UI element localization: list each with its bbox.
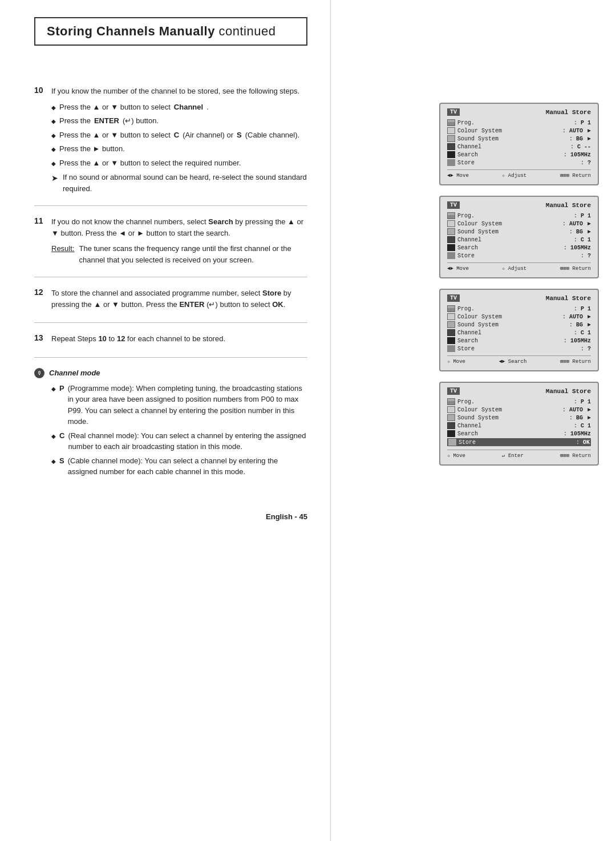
channel-mode-icon: 🎙 (34, 368, 44, 378)
tv-footer-3: ⬦ Move ◄► Search ⊞⊞⊞ Return (447, 355, 591, 365)
tv-row: Sound System : BG ► (447, 321, 591, 328)
page-title: Storing Channels Manually continued (47, 24, 295, 39)
prog-icon (447, 398, 455, 405)
step-11-result: Result: The tuner scans the frequency ra… (51, 243, 307, 265)
result-label: Result: (51, 243, 74, 265)
tv-footer-2: ◄► Move ⬦ Adjust ⊞⊞⊞ Return (447, 262, 591, 272)
bullet-item: Press the ENTER (↵) button. (51, 115, 307, 127)
tv-row: Channel : C 1 (447, 236, 591, 243)
tv-row: Search : 105MHz (447, 337, 591, 344)
tv-footer-1: ◄► Move ⬦ Adjust ⊞⊞⊞ Return (447, 169, 591, 179)
tv-screen-1-wrapper: TV Manual Store Prog. : P 1 Colour Syste… (348, 103, 599, 185)
prog-icon (447, 119, 455, 126)
tv-screen-3-header: TV Manual Store (447, 294, 591, 302)
tv-row: Sound System : BG ► (447, 414, 591, 421)
sound-icon (447, 414, 455, 421)
page-number-area: English - 45 (34, 512, 307, 521)
search-icon (447, 430, 455, 437)
step-10-number: 10 (34, 86, 46, 95)
step-11-text: If you do not know the channel numbers, … (51, 216, 307, 238)
tv-row: Sound System : BG ► (447, 228, 591, 235)
tv-row: Store : ? (447, 345, 591, 352)
tv-title-1: Manual Store (546, 109, 591, 116)
tv-row: Store : ? (447, 159, 591, 166)
colour-icon (447, 406, 455, 413)
bullet-item: Press the ▲ or ▼ button to select Channe… (51, 102, 307, 113)
tv-row: Search : 105MHz (447, 244, 591, 251)
tv-row: Prog. : P 1 (447, 305, 591, 312)
tv-row: Search : 105MHz (447, 151, 591, 158)
search-icon (447, 337, 455, 344)
tv-screen-3-wrapper: TV Manual Store Prog. : P 1 Colour Syste… (348, 289, 599, 371)
tv-row: Channel : C -- (447, 143, 591, 150)
store-icon (447, 159, 455, 166)
channel-mode-title: Channel mode (49, 369, 100, 377)
channel-mode-section: 🎙 Channel mode P (Programme mode): When … (34, 368, 307, 478)
tv-screen-4: TV Manual Store Prog. : P 1 Colour Syste… (439, 382, 599, 466)
tv-label-2: TV (447, 201, 460, 209)
channel-icon (447, 236, 455, 243)
tv-label-1: TV (447, 108, 460, 116)
channel-icon (447, 143, 455, 150)
tv-screen-3: TV Manual Store Prog. : P 1 Colour Syste… (439, 289, 599, 371)
colour-icon (447, 220, 455, 227)
tv-title-4: Manual Store (546, 388, 591, 395)
channel-icon (447, 422, 455, 429)
step-10-text: If you know the number of the channel to… (51, 86, 299, 97)
channel-mode-bullets: P (Programme mode): When completing tuni… (34, 383, 307, 478)
page: Storing Channels Manually continued 10 I… (0, 0, 616, 841)
tv-row: Colour System : AUTO ► (447, 127, 591, 134)
tv-row: Store : ? (447, 252, 591, 259)
tv-title-2: Manual Store (546, 202, 591, 209)
sound-icon (447, 321, 455, 328)
step-13-text: Repeat Steps 10 to 12 for each channel t… (51, 333, 225, 345)
step-12-block: 12 To store the channel and associated p… (34, 288, 307, 323)
step-10-block: 10 If you know the number of the channel… (34, 86, 307, 206)
tv-screen-1: TV Manual Store Prog. : P 1 Colour Syste… (439, 103, 599, 185)
step-12-number: 12 (34, 288, 46, 297)
result-text: The tuner scans the frequency range unti… (79, 243, 307, 265)
bullet-item: Press the ▲ or ▼ button to select C (Air… (51, 130, 307, 141)
left-panel: Storing Channels Manually continued 10 I… (0, 0, 331, 841)
tv-row: Sound System : BG ► (447, 135, 591, 142)
tv-row: Colour System : AUTO ► (447, 406, 591, 413)
right-panel: TV Manual Store Prog. : P 1 Colour Syste… (331, 0, 616, 841)
step-12-text: To store the channel and associated prog… (51, 288, 307, 310)
channel-icon (447, 329, 455, 336)
tv-row: Prog. : P 1 (447, 119, 591, 126)
bullet-item: Press the ▲ or ▼ button to select the re… (51, 157, 307, 169)
channel-mode-c: C (Real channel mode): You can select a … (51, 430, 307, 452)
bullet-item: Press the ► button. (51, 143, 307, 155)
tv-row: Colour System : AUTO ► (447, 220, 591, 227)
tv-row-highlighted: Store : OK (447, 438, 591, 446)
prog-icon (447, 305, 455, 312)
step-10-note: ➤ If no sound or abnormal sound can be h… (51, 172, 307, 194)
tv-row: Channel : C 1 (447, 422, 591, 429)
step-13-number: 13 (34, 333, 46, 342)
prog-icon (447, 212, 455, 219)
store-icon (447, 345, 455, 352)
tv-screen-4-wrapper: TV Manual Store Prog. : P 1 Colour Syste… (348, 382, 599, 466)
tv-row: Prog. : P 1 (447, 398, 591, 405)
step-11-block: 11 If you do not know the channel number… (34, 216, 307, 277)
tv-title-3: Manual Store (546, 295, 591, 302)
tv-row: Prog. : P 1 (447, 212, 591, 219)
tv-row: Colour System : AUTO ► (447, 313, 591, 320)
tv-screen-2-header: TV Manual Store (447, 201, 591, 209)
tv-screen-2: TV Manual Store Prog. : P 1 Colour Syste… (439, 196, 599, 278)
colour-icon (447, 313, 455, 320)
tv-screen-1-header: TV Manual Store (447, 108, 591, 116)
channel-mode-header: 🎙 Channel mode (34, 368, 307, 378)
channel-mode-p: P (Programme mode): When completing tuni… (51, 383, 307, 427)
step-11-number: 11 (34, 216, 46, 225)
title-box: Storing Channels Manually continued (34, 17, 307, 46)
step-13-block: 13 Repeat Steps 10 to 12 for each channe… (34, 333, 307, 358)
tv-label-3: TV (447, 294, 460, 302)
search-icon (447, 244, 455, 251)
step-10-bullets: Press the ▲ or ▼ button to select Channe… (34, 102, 307, 169)
sound-icon (447, 228, 455, 235)
store-icon (447, 252, 455, 259)
channel-mode-s: S (Cable channel mode): You can select a… (51, 455, 307, 478)
tv-screen-2-wrapper: TV Manual Store Prog. : P 1 Colour Syste… (348, 196, 599, 278)
sound-icon (447, 135, 455, 142)
